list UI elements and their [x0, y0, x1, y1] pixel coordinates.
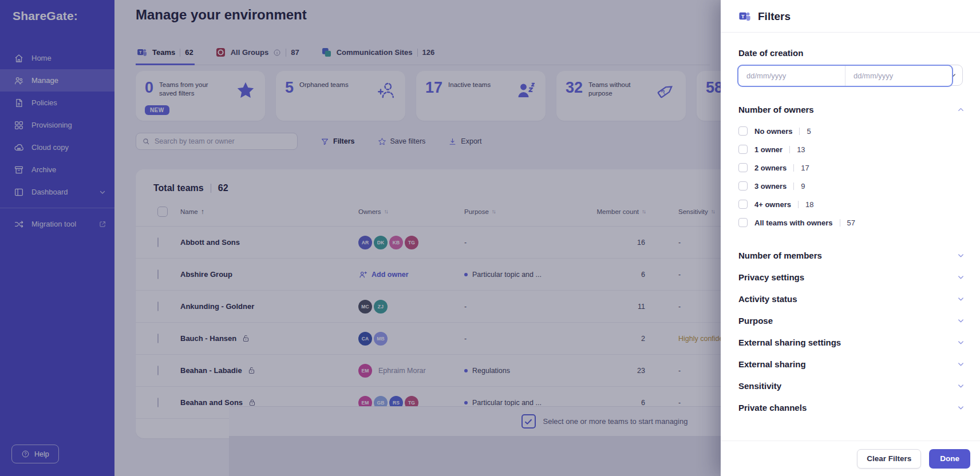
column-member-count[interactable]: Member count	[596, 208, 639, 215]
section-private-channels[interactable]: Private channels	[721, 396, 980, 418]
save-filters-button[interactable]: Save filters	[378, 137, 426, 146]
section-number-of-members[interactable]: Number of members	[721, 244, 980, 266]
sort-both-icon[interactable]: ↑↓	[711, 208, 714, 215]
add-owner-link[interactable]: Add owner	[358, 270, 464, 279]
sidebar-item-policies[interactable]: Policies	[0, 92, 114, 114]
row-checkbox[interactable]	[157, 237, 159, 247]
tab-all-groups[interactable]: All Groups87	[214, 45, 301, 65]
stat-card-teams-from-your-saved-filters[interactable]: 0Teams from your saved filtersNEW	[136, 71, 265, 121]
section-sensitivity[interactable]: Sensitivity	[721, 375, 980, 396]
owners-filter-3-owners: 3 owners9	[738, 177, 980, 195]
column-sensitivity[interactable]: Sensitivity	[678, 208, 708, 215]
select-all-checkbox[interactable]	[157, 207, 168, 217]
avatar: ZJ	[374, 300, 388, 314]
stat-value: 17	[425, 80, 442, 96]
filter-checkbox[interactable]	[738, 200, 748, 209]
purpose-cell: Particular topic and ...	[464, 399, 595, 407]
filter-label: 2 owners	[754, 164, 787, 172]
sort-both-icon[interactable]: ↑↓	[492, 208, 495, 215]
date-range-inputs	[737, 65, 953, 87]
filter-checkbox[interactable]	[738, 181, 748, 191]
filter-checkbox[interactable]	[738, 163, 748, 172]
stat-label: Orphaned teams	[299, 79, 349, 96]
svg-text:T: T	[741, 14, 745, 19]
row-checkbox[interactable]	[157, 302, 159, 311]
export-icon	[448, 137, 457, 146]
policies-icon	[14, 98, 24, 108]
section-title: Number of members	[738, 251, 822, 260]
tab-communication-sites[interactable]: Communication Sites126	[320, 45, 436, 65]
filter-checkbox[interactable]	[738, 218, 748, 227]
column-purpose[interactable]: Purpose	[464, 208, 489, 215]
orphaned-icon	[376, 80, 396, 101]
date-to-input[interactable]	[853, 72, 944, 80]
section-activity-status[interactable]: Activity status	[721, 288, 980, 310]
filter-checkbox[interactable]	[738, 145, 748, 154]
filter-label: All teams with owners	[754, 219, 833, 227]
search-input[interactable]	[155, 137, 291, 145]
team-name-cell: Beahan - Labadie	[180, 366, 358, 375]
row-checkbox[interactable]	[157, 366, 159, 375]
help-button[interactable]: Help	[11, 445, 59, 463]
sidebar-item-home[interactable]: Home	[0, 47, 114, 69]
search-icon	[142, 137, 150, 145]
purpose-dot-icon	[464, 401, 468, 404]
owners-filter-list: No owners51 owner132 owners173 owners94+…	[721, 114, 980, 232]
manage-icon	[14, 76, 24, 86]
divider	[180, 49, 180, 57]
owner-avatars: CAMB	[358, 332, 464, 346]
section-privacy-settings[interactable]: Privacy settings	[721, 266, 980, 288]
sidebar-item-provisioning[interactable]: Provisioning	[0, 114, 114, 136]
chevron-down-icon	[957, 295, 965, 303]
section-external-sharing[interactable]: External sharing	[721, 353, 980, 375]
purpose-cell: Particular topic and ...	[464, 271, 595, 279]
row-checkbox[interactable]	[157, 398, 159, 407]
clear-filters-button[interactable]: Clear Filters	[857, 449, 921, 469]
chevron-down-icon	[957, 316, 965, 325]
tab-label: Communication Sites	[337, 48, 413, 57]
sidebar-item-manage[interactable]: Manage	[0, 69, 114, 92]
divider	[793, 183, 794, 190]
filters-button[interactable]: Filters	[321, 137, 355, 146]
stat-value: 5	[285, 80, 294, 96]
chevron-down-icon	[98, 188, 106, 196]
table-title-label: Total teams	[153, 183, 204, 193]
home-icon	[14, 53, 24, 64]
selection-banner-text: Select one or more teams to start managi…	[543, 417, 688, 426]
stat-card-inactive-teams[interactable]: 17Inactive teams	[416, 71, 546, 121]
section-purpose[interactable]: Purpose	[721, 310, 980, 331]
column-owners[interactable]: Owners	[358, 208, 381, 215]
page-title: Manage your environment	[136, 7, 307, 23]
done-button[interactable]: Done	[929, 449, 970, 469]
app-window: ShareGate: HomeManagePoliciesProvisionin…	[0, 0, 980, 476]
team-name-cell: Abbott and Sons	[180, 238, 358, 247]
stat-card-teams-without-purpose[interactable]: 32Teams without purpose?	[556, 71, 686, 121]
team-name-cell: Ankunding - Goldner	[180, 302, 358, 311]
row-checkbox[interactable]	[157, 269, 159, 279]
sidebar-item-archive[interactable]: Archive	[0, 158, 114, 181]
column-name[interactable]: Name	[180, 208, 198, 215]
add-owner-icon	[358, 270, 368, 279]
sort-up-icon[interactable]: ↑	[201, 208, 204, 216]
chevron-up-icon	[957, 105, 965, 114]
sidebar-item-dashboard[interactable]: Dashboard	[0, 181, 114, 203]
toolbar: Filters Save filters Export	[136, 133, 482, 150]
filter-label: 4+ owners	[754, 200, 791, 209]
sidebar-item-cloud-copy[interactable]: Cloud copy	[0, 136, 114, 158]
tab-teams[interactable]: TTeams62	[136, 45, 195, 65]
sort-both-icon[interactable]: ↑↓	[384, 208, 388, 215]
section-external-sharing-settings[interactable]: External sharing settings	[721, 331, 980, 353]
row-checkbox[interactable]	[157, 334, 159, 343]
stat-card-orphaned-teams[interactable]: 5Orphaned teams	[276, 71, 405, 121]
section-number-of-owners[interactable]: Number of owners	[721, 86, 980, 114]
filters-panel-footer: Clear Filters Done	[721, 441, 980, 476]
export-button[interactable]: Export	[448, 137, 481, 146]
no-purpose-icon: ?	[656, 80, 677, 101]
date-range-control	[737, 65, 963, 86]
section-title: Privacy settings	[738, 272, 804, 282]
search-box	[136, 133, 298, 150]
date-from-input[interactable]	[746, 72, 837, 80]
filter-checkbox[interactable]	[738, 126, 748, 136]
sidebar-item-migration-tool[interactable]: Migration tool	[0, 213, 114, 235]
star-icon	[235, 80, 256, 101]
